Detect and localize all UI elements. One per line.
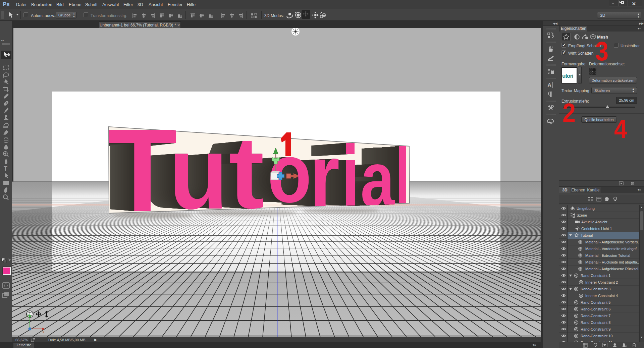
svg-text:T: T xyxy=(4,165,7,172)
svg-text:A: A xyxy=(547,82,551,89)
svg-text:x: x xyxy=(43,330,44,334)
svg-text:y: y xyxy=(27,313,29,317)
